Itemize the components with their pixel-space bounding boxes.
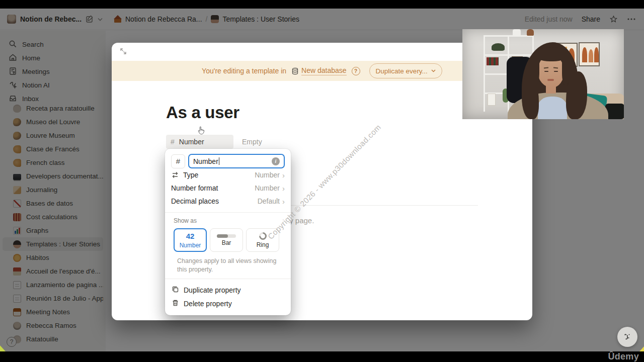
- hand-cursor-icon: [197, 126, 205, 137]
- bar-preview-icon: [217, 234, 236, 238]
- option-label: Number: [180, 242, 201, 249]
- text-caret: [219, 157, 220, 165]
- show-as-bar-option[interactable]: Bar: [210, 228, 243, 252]
- chevron-right-icon: ›: [282, 185, 285, 192]
- chevron-right-icon: ›: [282, 198, 285, 205]
- screen: Notion de Rebec... Notion de Rebecca Ra.…: [0, 0, 644, 362]
- ai-face-icon: [622, 331, 633, 342]
- action-label: Duplicate property: [184, 286, 241, 294]
- books: [487, 57, 499, 65]
- property-name-input-value: Number: [193, 157, 218, 165]
- udemy-logo: Ûdemy: [608, 351, 639, 362]
- person-lips: [547, 79, 554, 81]
- divider: [165, 279, 291, 279]
- banner-message: You're editing a template in: [202, 67, 286, 75]
- teapot: [492, 43, 505, 51]
- option-label: Bar: [222, 239, 231, 246]
- property-value[interactable]: Empty: [242, 138, 262, 146]
- expand-icon[interactable]: [120, 48, 127, 57]
- menu-item-number-format[interactable]: Number format Number›: [165, 182, 291, 195]
- property-name-input[interactable]: Number i: [188, 154, 285, 168]
- info-glyph: i: [275, 158, 277, 164]
- menu-item-label: Type: [183, 171, 198, 179]
- show-as-number-option[interactable]: 42 Number: [174, 228, 207, 252]
- letterbox-bottom: Ûdemy: [0, 351, 644, 362]
- delete-property-item[interactable]: Delete property: [165, 297, 291, 311]
- database-name[interactable]: New database: [301, 66, 347, 75]
- property-row: # Number Empty: [166, 135, 262, 149]
- duplicate-every-label: Duplicate every...: [376, 67, 428, 75]
- swap-icon: [171, 171, 179, 179]
- duplicate-icon: [172, 286, 179, 295]
- info-icon[interactable]: i: [272, 157, 280, 165]
- duplicate-property-item[interactable]: Duplicate property: [165, 284, 291, 297]
- vase: [527, 29, 534, 36]
- duplicate-every-button[interactable]: Duplicate every...: [369, 63, 442, 78]
- menu-item-value: Default: [258, 197, 280, 205]
- property-name: Number: [179, 138, 204, 146]
- action-label: Delete property: [184, 300, 232, 308]
- webcam-video: [462, 29, 624, 119]
- menu-item-type[interactable]: Type Number›: [165, 168, 291, 182]
- option-label: Ring: [257, 241, 269, 248]
- menu-item-label: Number format: [171, 184, 218, 192]
- property-type-symbol[interactable]: #: [171, 154, 185, 168]
- menu-item-value: Number: [255, 184, 280, 192]
- person-hair-side: [562, 54, 570, 85]
- letterbox-top: [0, 0, 644, 9]
- property-name-row: # Number i: [165, 154, 291, 168]
- person-eye: [544, 71, 548, 72]
- database-link[interactable]: New database: [291, 66, 347, 75]
- number-type-icon: #: [171, 138, 175, 146]
- person-shirt: [538, 97, 567, 119]
- person-eye: [554, 71, 558, 72]
- divider: [165, 212, 291, 213]
- show-as-caption: Changes apply to all views showing this …: [165, 252, 291, 274]
- candle-jar: [488, 94, 496, 106]
- menu-item-decimal-places[interactable]: Decimal places Default›: [165, 195, 291, 208]
- hash-glyph: #: [176, 157, 180, 165]
- trash-icon: [172, 299, 179, 308]
- banner-help-glyph: ?: [354, 68, 357, 74]
- chevron-right-icon: ›: [282, 171, 285, 179]
- chevron-down-icon: [431, 69, 436, 72]
- notion-ai-face-button[interactable]: [617, 327, 637, 347]
- menu-item-label: Decimal places: [171, 197, 219, 205]
- white-pot: [513, 29, 521, 35]
- ring-preview-icon: [257, 230, 268, 241]
- number-preview: 42: [186, 232, 195, 240]
- show-as-label: Show as: [165, 217, 291, 224]
- database-icon: [291, 67, 299, 75]
- page-title[interactable]: As a user: [166, 103, 239, 122]
- menu-item-value: Number: [255, 171, 280, 179]
- wall-art-right: [579, 42, 600, 66]
- banner-help-icon[interactable]: ?: [352, 67, 360, 75]
